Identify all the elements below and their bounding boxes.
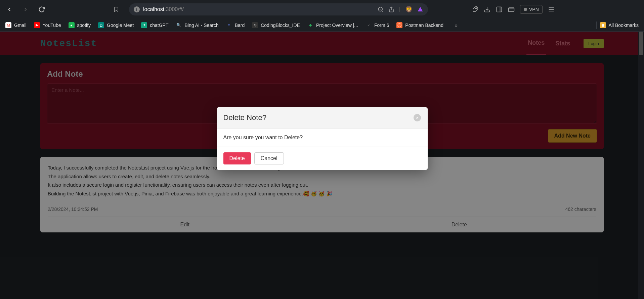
bookmark-item[interactable]: ▶YouTube: [34, 22, 61, 28]
bookmark-label: Gmail: [14, 23, 27, 28]
bookmark-label: Project Overview |...: [316, 23, 358, 28]
downloads-icon[interactable]: [484, 6, 490, 13]
bookmark-label: Google Meet: [107, 23, 134, 28]
bookmark-favicon: ⊕: [252, 22, 258, 28]
modal-cancel-button[interactable]: Cancel: [254, 152, 284, 164]
bookmark-item[interactable]: ⟋Form 6: [366, 22, 389, 28]
bookmark-favicon: M: [5, 22, 11, 28]
bookmark-item[interactable]: MGmail: [5, 22, 27, 28]
bookmark-item[interactable]: ⊕CodingBlocks_IDE: [252, 22, 300, 28]
bookmark-label: YouTube: [43, 23, 61, 28]
bookmark-item[interactable]: ✦Bard: [226, 22, 245, 28]
bookmark-favicon: ✦: [141, 22, 147, 28]
bookmark-favicon: ◆: [307, 22, 313, 28]
bookmark-item[interactable]: ◯Postman Backend: [396, 22, 443, 28]
divider: [596, 22, 597, 29]
bookmark-label: Form 6: [374, 23, 389, 28]
bookmark-label: CodingBlocks_IDE: [261, 23, 300, 28]
bookmark-favicon: ●: [69, 22, 75, 28]
modal-delete-button[interactable]: Delete: [223, 152, 251, 164]
url-text: localhost:3000/#/: [143, 6, 184, 12]
svg-line-1: [382, 10, 383, 11]
back-button[interactable]: [4, 4, 15, 15]
modal-title: Delete Note?: [223, 113, 266, 122]
address-bar[interactable]: i localhost:3000/#/ | 🦁: [129, 3, 428, 15]
browser-toolbar: i localhost:3000/#/ | 🦁 VPN: [0, 0, 644, 19]
wallet-icon[interactable]: [508, 6, 515, 13]
bookmark-label: Bing AI - Search: [184, 23, 218, 28]
modal-close-button[interactable]: [414, 114, 421, 121]
bookmark-favicon: ▶: [34, 22, 40, 28]
page-viewport: NotesList Notes Stats Login Add Note Add…: [0, 32, 644, 299]
bookmark-page-button[interactable]: [111, 4, 122, 15]
bookmark-favicon: ◘: [98, 22, 104, 28]
forward-button[interactable]: [20, 4, 31, 15]
bookmark-label: chatGPT: [150, 23, 168, 28]
modal-body: Are you sure you want to Delete?: [217, 128, 428, 147]
svg-rect-9: [509, 8, 514, 12]
all-bookmarks-button[interactable]: ▮ All Bookmarks: [600, 22, 639, 28]
vpn-status-icon: [524, 8, 527, 11]
bookmark-favicon: 🔍: [176, 22, 182, 28]
modal-backdrop: Delete Note? Are you sure you want to De…: [0, 32, 644, 299]
hamburger-menu-icon[interactable]: [548, 6, 555, 13]
address-right-icons: | 🦁: [378, 6, 423, 13]
bookmark-item[interactable]: 🔍Bing AI - Search: [176, 22, 218, 28]
reload-button[interactable]: [36, 4, 47, 15]
zoom-out-icon[interactable]: [378, 6, 384, 12]
extensions-icon[interactable]: [472, 6, 478, 13]
vpn-button[interactable]: VPN: [520, 5, 543, 14]
bookmark-favicon: ⟋: [366, 22, 372, 28]
bookmark-item[interactable]: ◆Project Overview |...: [307, 22, 358, 28]
folder-icon: ▮: [600, 22, 606, 28]
site-info-icon[interactable]: i: [134, 6, 140, 12]
bookmarks-overflow-button[interactable]: »: [455, 23, 458, 28]
bookmark-item[interactable]: ✦chatGPT: [141, 22, 168, 28]
sidebar-icon[interactable]: [496, 6, 503, 13]
share-icon[interactable]: [388, 6, 394, 12]
bookmark-label: spotify: [77, 23, 91, 28]
brave-shield-icon[interactable]: 🦁: [405, 6, 413, 13]
bookmark-label: Bard: [235, 23, 245, 28]
svg-point-5: [476, 8, 477, 9]
bookmark-favicon: ✦: [226, 22, 232, 28]
svg-rect-7: [497, 7, 502, 12]
browser-right-controls: VPN: [472, 5, 555, 14]
bookmark-label: Postman Backend: [405, 23, 443, 28]
bookmarks-bar: MGmail▶YouTube●spotify◘Google Meet✦chatG…: [0, 19, 644, 32]
bookmark-favicon: ◯: [396, 22, 402, 28]
svg-marker-4: [418, 7, 423, 12]
delete-modal: Delete Note? Are you sure you want to De…: [217, 107, 428, 170]
nav-controls: [4, 4, 47, 15]
bookmark-item[interactable]: ◘Google Meet: [98, 22, 134, 28]
bookmark-item[interactable]: ●spotify: [69, 22, 91, 28]
brave-rewards-icon[interactable]: [417, 6, 423, 12]
close-icon: [416, 116, 419, 119]
